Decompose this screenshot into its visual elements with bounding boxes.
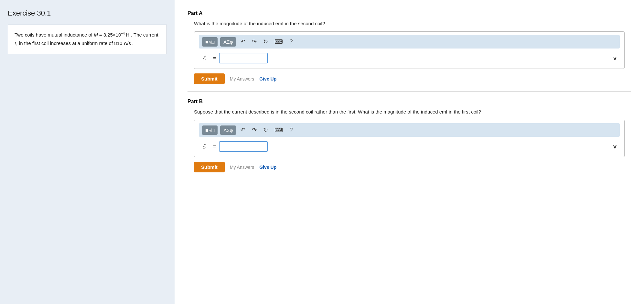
part-b-section: Part B Suppose that the current describe… bbox=[188, 91, 631, 179]
part-b-keyboard-btn[interactable]: ⌨ bbox=[273, 125, 285, 135]
part-a-answer-row: ℰ = V bbox=[199, 53, 620, 63]
part-a-reset-btn[interactable]: ↻ bbox=[261, 37, 270, 47]
math-icon: ■ bbox=[205, 39, 208, 45]
part-a-unit: V bbox=[613, 56, 617, 61]
part-b-equals: = bbox=[213, 144, 216, 149]
sqrt-icon-b: √□ bbox=[209, 127, 214, 133]
part-b-question: Suppose that the current described is in… bbox=[188, 109, 631, 114]
part-a-toolbar: ■ √□ ΑΣφ ↶ ↷ ↻ ⌨ ? bbox=[199, 35, 620, 49]
math-icon-b: ■ bbox=[205, 127, 208, 133]
part-b-unit: V bbox=[613, 144, 617, 149]
part-b-my-answers-link[interactable]: My Answers bbox=[230, 165, 254, 170]
part-a-give-up-link[interactable]: Give Up bbox=[259, 76, 276, 81]
part-b-redo-btn[interactable]: ↷ bbox=[250, 125, 259, 135]
part-a-question: What is the magnitude of the induced emf… bbox=[188, 21, 631, 26]
part-b-help-btn[interactable]: ? bbox=[287, 125, 295, 135]
part-b-toolbar-group1: ■ √□ bbox=[202, 125, 218, 135]
part-a-math-btn[interactable]: ■ √□ bbox=[202, 37, 218, 47]
part-b-answer-row: ℰ = V bbox=[199, 141, 620, 152]
part-a-section: Part A What is the magnitude of the indu… bbox=[188, 3, 631, 91]
part-b-emf-label: ℰ bbox=[202, 143, 210, 150]
part-a-input-container: ■ √□ ΑΣφ ↶ ↷ ↻ ⌨ ? ℰ = V bbox=[194, 31, 625, 69]
part-a-submit-btn[interactable]: Submit bbox=[194, 73, 225, 84]
left-panel: Exercise 30.1 Two coils have mutual indu… bbox=[0, 0, 175, 304]
part-a-emf-label: ℰ bbox=[202, 55, 210, 62]
part-a-label: Part A bbox=[188, 10, 631, 16]
part-b-toolbar: ■ √□ ΑΣφ ↶ ↷ ↻ ⌨ ? bbox=[199, 123, 620, 137]
part-b-greek-btn[interactable]: ΑΣφ bbox=[220, 125, 236, 135]
part-b-give-up-link[interactable]: Give Up bbox=[259, 165, 276, 170]
sqrt-icon: √□ bbox=[209, 39, 214, 45]
part-a-answer-input[interactable] bbox=[219, 53, 268, 63]
part-a-undo-btn[interactable]: ↶ bbox=[239, 37, 247, 47]
part-a-equals: = bbox=[213, 55, 216, 61]
part-a-help-btn[interactable]: ? bbox=[287, 37, 295, 47]
part-a-my-answers-link[interactable]: My Answers bbox=[230, 76, 254, 81]
part-b-action-row: Submit My Answers Give Up bbox=[188, 162, 631, 172]
part-a-toolbar-group2: ΑΣφ bbox=[220, 37, 236, 47]
right-panel: Part A What is the magnitude of the indu… bbox=[175, 0, 644, 304]
part-b-undo-btn[interactable]: ↶ bbox=[239, 125, 247, 135]
part-b-reset-btn[interactable]: ↻ bbox=[261, 125, 270, 135]
part-b-submit-btn[interactable]: Submit bbox=[194, 162, 225, 172]
part-a-toolbar-group1: ■ √□ bbox=[202, 37, 218, 47]
part-a-action-row: Submit My Answers Give Up bbox=[188, 73, 631, 84]
part-a-greek-btn[interactable]: ΑΣφ bbox=[220, 37, 236, 47]
part-b-input-container: ■ √□ ΑΣφ ↶ ↷ ↻ ⌨ ? ℰ = V bbox=[194, 120, 625, 157]
part-a-redo-btn[interactable]: ↷ bbox=[250, 37, 259, 47]
problem-box: Two coils have mutual inductance of M = … bbox=[8, 25, 167, 54]
part-b-label: Part B bbox=[188, 99, 631, 104]
part-b-toolbar-group2: ΑΣφ bbox=[220, 125, 236, 135]
part-a-keyboard-btn[interactable]: ⌨ bbox=[273, 37, 285, 47]
part-b-answer-input[interactable] bbox=[219, 141, 268, 152]
exercise-title: Exercise 30.1 bbox=[8, 9, 167, 17]
problem-text: Two coils have mutual inductance of M = … bbox=[15, 32, 158, 46]
part-b-math-btn[interactable]: ■ √□ bbox=[202, 125, 218, 135]
